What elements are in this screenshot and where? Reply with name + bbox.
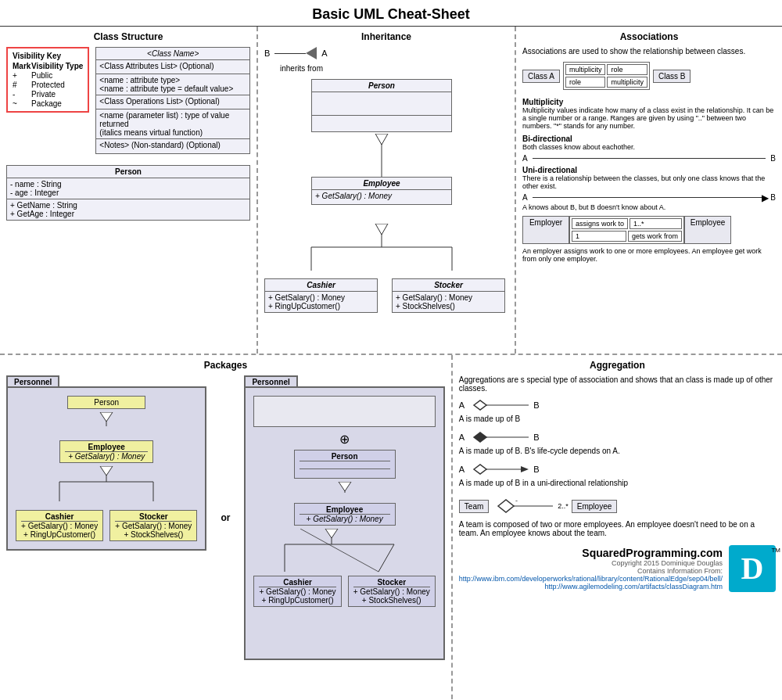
mult-label-1: multiplicity bbox=[565, 64, 606, 75]
svg-text:-: - bbox=[515, 497, 518, 504]
unidir-title: Uni-directional bbox=[522, 166, 776, 174]
agg3-connector bbox=[468, 463, 530, 476]
role-label-2: role bbox=[565, 77, 606, 88]
employer-row: Employer assigns work to 1..* 1 gets wor… bbox=[522, 216, 776, 244]
packages-title: Packages bbox=[6, 360, 445, 371]
inheritance-example: B A bbox=[264, 47, 508, 59]
inheritance-title: Inheritance bbox=[264, 31, 508, 42]
employee-inh-name: Employee bbox=[312, 178, 451, 190]
page-title: Basic UML Cheat-Sheet bbox=[0, 0, 782, 27]
top-half: Class Structure Visibility Key Mark Visi… bbox=[0, 27, 782, 355]
company-name: SquaredProgramming.com bbox=[459, 547, 723, 559]
template-attributes-label: <Class Attributes List> (Optional) bbox=[96, 60, 249, 74]
pkg1-arrow1 bbox=[16, 412, 197, 437]
pkg1-employee: Employee + GetSalary() : Money bbox=[59, 440, 153, 463]
type-protected: Protected bbox=[31, 81, 83, 89]
employer-assoc: Employer assigns work to 1..* 1 gets wor… bbox=[522, 216, 776, 263]
team-mult: 2..* bbox=[558, 502, 569, 510]
tm-mark: TM bbox=[771, 547, 780, 554]
visibility-key-box: Visibility Key Mark Visibility Type + Pu… bbox=[6, 47, 89, 113]
unidir-line: ▶ bbox=[533, 197, 766, 198]
employer-box: Employer bbox=[522, 216, 569, 244]
unidir-section: Uni-directional There is a relationship … bbox=[522, 166, 776, 211]
mark-plus: + bbox=[13, 71, 28, 80]
template-operations-label: <Class Operations List> (Optional) bbox=[96, 95, 249, 109]
pkg1-employee-wrapper: Employee + GetSalary() : Money bbox=[16, 440, 197, 463]
copyright: Copyright 2015 Dominique Douglas bbox=[459, 559, 723, 567]
unidir-b: B bbox=[770, 193, 776, 202]
stocker-inh-box: Stocker + GetSalary() : Money + StockShe… bbox=[392, 278, 505, 318]
role-label-1: role bbox=[607, 64, 647, 75]
aggregation-desc: Aggregations are s special type of assoc… bbox=[459, 375, 776, 393]
template-ops: <name (parameter list) : type of value r… bbox=[96, 109, 249, 139]
pkg2-top-rect bbox=[253, 396, 435, 427]
gets-work-cell: gets work from bbox=[628, 231, 682, 242]
agg3-desc: A is made up of B in a uni-directional r… bbox=[459, 479, 776, 487]
inherit-arrow-container bbox=[274, 47, 317, 59]
aggregation-section: Aggregation Aggregations are s special t… bbox=[453, 355, 782, 700]
unidir-note: A knows about B, but B doesn't know abou… bbox=[522, 203, 776, 211]
multiplicity-table: multiplicity role role multiplicity bbox=[563, 62, 650, 90]
agg1-desc: A is made up of B bbox=[459, 415, 776, 423]
or-label: or bbox=[214, 375, 236, 660]
pkg1-stocker: Stocker + GetSalary() : Money + StockShe… bbox=[109, 510, 197, 541]
bidir-section: Bi-directional Both classes know about e… bbox=[522, 135, 776, 163]
unidir-diagram: A ▶ B bbox=[522, 193, 776, 202]
agg1-a: A bbox=[459, 400, 465, 410]
pkg1-body: Person Employee bbox=[6, 386, 206, 551]
inheritance-section: Inheritance B A inherits from Person bbox=[258, 27, 516, 354]
pkg1-person: Person bbox=[67, 396, 145, 409]
type-private: Private bbox=[31, 90, 83, 99]
team-connector: - bbox=[492, 495, 554, 517]
class-b-box: Class B bbox=[653, 70, 691, 83]
svg-marker-29 bbox=[498, 500, 514, 512]
a-label: A bbox=[321, 48, 327, 58]
visibility-key-title: Visibility Key bbox=[13, 52, 83, 60]
svg-line-20 bbox=[378, 544, 394, 572]
classab-row: Class A multiplicity role role multiplic… bbox=[522, 62, 776, 90]
svg-marker-22 bbox=[474, 400, 486, 410]
pkg2-stocker: Stocker + GetSalary() : Money + StockShe… bbox=[348, 576, 436, 607]
agg2-desc: A is made up of B. B's life-cycle depend… bbox=[459, 447, 776, 455]
agg2-row: A B bbox=[459, 431, 776, 443]
cashier-inh-name: Cashier bbox=[265, 279, 377, 292]
bidir-desc: Both classes know about eachother. bbox=[522, 143, 776, 151]
type-public: Public bbox=[31, 71, 83, 80]
bidir-line bbox=[533, 158, 766, 159]
cashier-inh-box: Cashier + GetSalary() : Money + RingUpCu… bbox=[264, 278, 378, 318]
svg-marker-28 bbox=[521, 466, 529, 472]
link2: http://www.agilemodeling.com/artifacts/c… bbox=[459, 583, 723, 591]
pkg2-employee: Employee + GetSalary() : Money bbox=[294, 503, 396, 526]
class-structure-section: Class Structure Visibility Key Mark Visi… bbox=[0, 27, 258, 354]
stocker-inh-name: Stocker bbox=[393, 279, 504, 292]
agg1-row: A B bbox=[459, 399, 776, 411]
pkg2-person: Person bbox=[294, 450, 396, 479]
team-row: Team - 2..* Employee bbox=[459, 495, 776, 517]
team-box: Team bbox=[459, 500, 489, 513]
aggregation-title: Aggregation bbox=[459, 360, 776, 371]
class-structure-title: Class Structure bbox=[6, 31, 250, 42]
employer-desc: An employer assigns work to one or more … bbox=[522, 247, 776, 263]
template-notes-label: <Notes> (Non-standard) (Optional) bbox=[96, 139, 249, 153]
mark-tilde: ~ bbox=[13, 99, 28, 108]
team-desc: A team is composed of two or more employ… bbox=[459, 520, 776, 537]
packages-section: Packages Personnel Person bbox=[0, 355, 453, 700]
employer-table: assigns work to 1..* 1 gets work from bbox=[569, 216, 684, 244]
bidir-b: B bbox=[770, 154, 776, 163]
inherits-from-label: inherits from bbox=[280, 64, 508, 73]
assigns-work-cell: assigns work to bbox=[572, 218, 628, 229]
associations-title: Associations bbox=[522, 31, 776, 42]
one-star-cell: 1..* bbox=[630, 218, 682, 229]
template-class-name: <Class Name> bbox=[96, 48, 249, 60]
associations-desc: Associations are used to show the relati… bbox=[522, 47, 776, 56]
stocker-inh-ops: + GetSalary() : Money + StockShelves() bbox=[393, 292, 504, 312]
employee-assoc-box: Employee bbox=[684, 216, 731, 244]
bidir-title: Bi-directional bbox=[522, 135, 776, 143]
type-header: Visibility Type bbox=[31, 62, 83, 70]
svg-marker-8 bbox=[100, 412, 113, 422]
one-cell: 1 bbox=[572, 231, 626, 242]
logo-text-block: SquaredProgramming.com Copyright 2015 Do… bbox=[459, 547, 723, 591]
svg-marker-24 bbox=[474, 433, 486, 442]
unidir-desc: There is a relationship between the clas… bbox=[522, 174, 776, 190]
pkg2-cashier: Cashier + GetSalary() : Money + RingUpCu… bbox=[253, 576, 341, 607]
